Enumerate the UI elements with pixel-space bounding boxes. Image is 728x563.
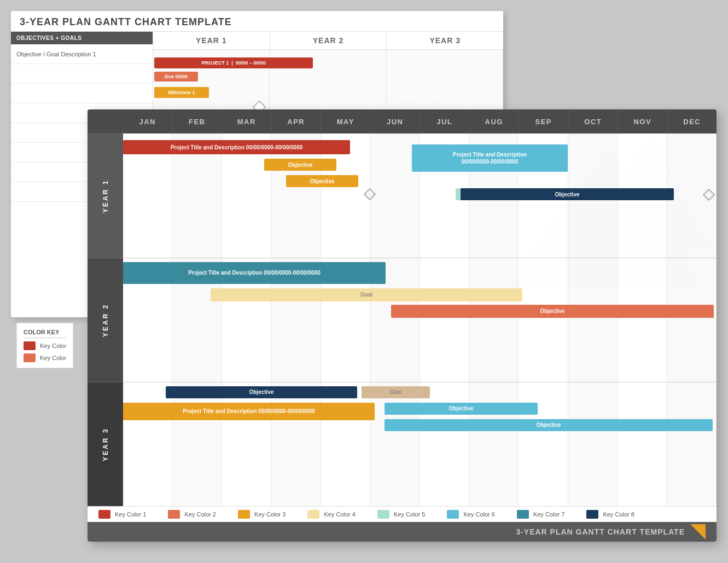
bg-project1-bar: PROJECT 1 | 00/00 – 00/00 bbox=[154, 57, 313, 68]
legend-swatch-8 bbox=[586, 510, 598, 519]
legend-item-5: Key Color 5 bbox=[377, 510, 425, 519]
month-oct: OCT bbox=[569, 109, 619, 134]
month-nov: NOV bbox=[618, 109, 668, 134]
gantt-body: YEAR 1 YEAR 2 YEAR 3 bbox=[88, 134, 717, 506]
legend-swatch-1 bbox=[98, 510, 110, 519]
month-spacer bbox=[88, 109, 123, 134]
bg-card-header: 3-YEAR PLAN GANTT CHART TEMPLATE bbox=[11, 11, 503, 32]
y2-project-bar: Project Title and Description 00/00/0000… bbox=[123, 262, 386, 284]
y1-obj-navy: Objective bbox=[461, 188, 674, 200]
legend-swatch-2 bbox=[168, 510, 180, 519]
bg-row-3 bbox=[11, 84, 153, 103]
year-band-1: YEAR 1 bbox=[88, 134, 123, 258]
bg-year-2: YEAR 2 bbox=[270, 32, 387, 49]
month-feb: FEB bbox=[173, 109, 223, 134]
legend-swatch-7 bbox=[517, 510, 529, 519]
front-card: JAN FEB MAR APR MAY JUN JUL AUG SEP OCT … bbox=[88, 109, 717, 542]
y1-project-bar: Project Title and Description 00/00/0000… bbox=[123, 140, 350, 154]
y3-project-bar: Project Title and Description 00/00/0000… bbox=[123, 403, 375, 420]
color-key-title: Color Key bbox=[24, 329, 66, 338]
legend-item-7: Key Color 7 bbox=[517, 510, 564, 519]
bg-legend-label-1: Key Color bbox=[40, 343, 66, 349]
bg-row-1: Objective / Goal Description 1 bbox=[11, 44, 153, 64]
legend-swatch-6 bbox=[447, 510, 459, 519]
footer-bar: 3-YEAR PLAN GANTT CHART TEMPLATE bbox=[88, 522, 717, 542]
legend-label-5: Key Color 5 bbox=[394, 511, 425, 518]
legend-swatch-5 bbox=[377, 510, 389, 519]
legend-label-3: Key Color 3 bbox=[254, 511, 286, 518]
bg-legend-2: Key Color bbox=[24, 353, 66, 362]
bg-milestone1: Milestone 1 bbox=[154, 87, 209, 98]
year-divider-1 bbox=[123, 258, 717, 258]
year-divider-2 bbox=[123, 382, 717, 382]
color-key-section: Color Key Key Color Key Color bbox=[16, 323, 73, 368]
legend-item-4: Key Color 4 bbox=[307, 510, 355, 519]
year-col: YEAR 1 YEAR 2 YEAR 3 bbox=[88, 134, 123, 506]
bg-swatch-1 bbox=[24, 341, 36, 350]
legend-label-7: Key Color 7 bbox=[533, 511, 564, 518]
y2-goal: Goal bbox=[211, 288, 522, 301]
legend-label-2: Key Color 2 bbox=[184, 511, 216, 518]
y3-obj-navy: Objective bbox=[166, 386, 357, 398]
y1-obj2: Objective bbox=[286, 175, 358, 187]
month-apr: APR bbox=[272, 109, 322, 134]
legend-label-6: Key Color 6 bbox=[463, 511, 494, 518]
y3-obj-teal: Objective bbox=[385, 403, 538, 415]
legend-label-1: Key Color 1 bbox=[115, 511, 146, 518]
month-sep: SEP bbox=[519, 109, 569, 134]
legend-row: Key Color 1 Key Color 2 Key Color 3 Key … bbox=[88, 506, 717, 522]
month-mar: MAR bbox=[222, 109, 272, 134]
year-band-3: YEAR 3 bbox=[88, 382, 123, 506]
legend-item-6: Key Color 6 bbox=[447, 510, 494, 519]
legend-item-2: Key Color 2 bbox=[168, 510, 216, 519]
y2-obj-terracotta: Objective bbox=[391, 305, 714, 318]
footer-title: 3-YEAR PLAN GANTT CHART TEMPLATE bbox=[516, 527, 685, 536]
month-dec: DEC bbox=[668, 109, 717, 134]
year-band-2: YEAR 2 bbox=[88, 258, 123, 382]
month-header: JAN FEB MAR APR MAY JUN JUL AUG SEP OCT … bbox=[88, 109, 717, 134]
y3-goal: Goal bbox=[362, 386, 430, 398]
bg-due1: Due 00/00 bbox=[154, 72, 198, 82]
y1-obj1: Objective bbox=[264, 159, 336, 171]
bg-year-3: YEAR 3 bbox=[387, 32, 503, 49]
y1-teal-project: Project Title and Description00/00/0000-… bbox=[412, 144, 568, 172]
bg-swatch-2 bbox=[24, 353, 36, 362]
grid-area: Project Title and Description 00/00/0000… bbox=[123, 134, 717, 506]
bg-title: 3-YEAR PLAN GANTT CHART TEMPLATE bbox=[20, 16, 494, 28]
month-jun: JUN bbox=[371, 109, 421, 134]
month-aug: AUG bbox=[470, 109, 520, 134]
bg-legend-1: Key Color bbox=[24, 341, 66, 350]
legend-label-8: Key Color 8 bbox=[603, 511, 634, 518]
bg-year-1: YEAR 1 bbox=[153, 32, 270, 49]
bg-col-header: OBJECTIVES + GOALS bbox=[11, 32, 153, 44]
footer-accent bbox=[690, 524, 706, 539]
month-jan: JAN bbox=[123, 109, 173, 134]
legend-swatch-4 bbox=[307, 510, 319, 519]
bg-row-2 bbox=[11, 64, 153, 84]
y3-obj-teal2: Objective bbox=[385, 419, 713, 431]
legend-label-4: Key Color 4 bbox=[324, 511, 355, 518]
legend-item-8: Key Color 8 bbox=[586, 510, 634, 519]
bg-legend-label-2: Key Color bbox=[40, 355, 66, 361]
legend-swatch-3 bbox=[238, 510, 250, 519]
legend-item-3: Key Color 3 bbox=[238, 510, 286, 519]
bg-year-headers: YEAR 1 YEAR 2 YEAR 3 bbox=[153, 32, 503, 50]
month-jul: JUL bbox=[420, 109, 470, 134]
legend-item-1: Key Color 1 bbox=[98, 510, 146, 519]
month-may: MAY bbox=[321, 109, 371, 134]
